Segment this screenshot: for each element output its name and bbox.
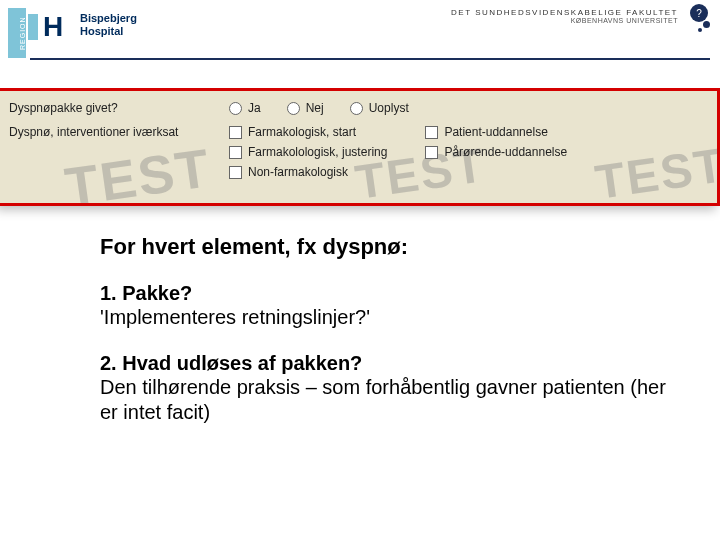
hospital-name-line1: Bispebjerg <box>80 12 137 25</box>
hospital-logo-icon: H <box>34 10 72 44</box>
radio-group: Ja Nej Uoplyst <box>229 101 703 115</box>
checkbox-option[interactable]: Non-farmakologisk <box>229 165 387 179</box>
checkbox-option[interactable]: Farmakologisk, start <box>229 125 387 139</box>
option-label: Pårørende-uddannelse <box>444 145 567 159</box>
checkbox-icon <box>229 146 242 159</box>
seal-dot-icon <box>703 21 710 28</box>
checkbox-column-2: Patient-uddannelse Pårørende-uddannelse <box>425 125 567 179</box>
option-label: Non-farmakologisk <box>248 165 348 179</box>
checkbox-icon <box>229 166 242 179</box>
checkbox-option[interactable]: Pårørende-uddannelse <box>425 145 567 159</box>
option-label: Nej <box>306 101 324 115</box>
item-1-head: 1. Pakke? <box>100 282 680 305</box>
seal-main-icon: ? <box>690 4 708 22</box>
item-2-body: Den tilhørende praksis – som forhåbentli… <box>100 375 680 425</box>
radio-option-ja[interactable]: Ja <box>229 101 261 115</box>
header-divider <box>30 58 710 60</box>
radio-option-uoplyst[interactable]: Uoplyst <box>350 101 409 115</box>
checkbox-option[interactable]: Farmakolologisk, justering <box>229 145 387 159</box>
seal-dot-icon <box>698 28 702 32</box>
option-label: Patient-uddannelse <box>444 125 547 139</box>
checkbox-icon <box>425 126 438 139</box>
hospital-name: Bispebjerg Hospital <box>80 12 137 38</box>
option-label: Farmakologisk, start <box>248 125 356 139</box>
item-1-body: 'Implementeres retningslinjer?' <box>100 305 680 330</box>
question-label: Dyspnø, interventioner iværksat <box>9 125 229 139</box>
checkbox-option[interactable]: Patient-uddannelse <box>425 125 567 139</box>
item-2-head: 2. Hvad udløses af pakken? <box>100 352 680 375</box>
question-row-1: Dyspnøpakke givet? Ja Nej Uoplyst <box>9 101 703 115</box>
university-seal-icon: ? <box>690 4 708 22</box>
section-heading: For hvert element, fx dyspnø: <box>100 234 680 260</box>
form-panel: TEST TEST TEST Dyspnøpakke givet? Ja Nej… <box>0 88 720 206</box>
checkbox-icon <box>425 146 438 159</box>
body-text: For hvert element, fx dyspnø: 1. Pakke? … <box>0 206 720 425</box>
option-label: Ja <box>248 101 261 115</box>
radio-icon <box>287 102 300 115</box>
radio-icon <box>350 102 363 115</box>
radio-option-nej[interactable]: Nej <box>287 101 324 115</box>
faculty-subtitle: KØBENHAVNS UNIVERSITET <box>451 17 678 24</box>
slide-header: REGION H Bispebjerg Hospital DET SUNDHED… <box>0 0 720 58</box>
option-label: Farmakolologisk, justering <box>248 145 387 159</box>
header-right: DET SUNDHEDSVIDENSKABELIGE FAKULTET KØBE… <box>451 8 702 24</box>
faculty-title: DET SUNDHEDSVIDENSKABELIGE FAKULTET <box>451 8 678 17</box>
option-label: Uoplyst <box>369 101 409 115</box>
region-tag: REGION <box>8 8 26 58</box>
question-row-2: Dyspnø, interventioner iværksat Farmakol… <box>9 125 703 179</box>
checkbox-icon <box>229 126 242 139</box>
checkbox-column-1: Farmakologisk, start Farmakolologisk, ju… <box>229 125 387 179</box>
header-left: REGION H Bispebjerg Hospital <box>8 8 137 58</box>
question-label: Dyspnøpakke givet? <box>9 101 229 115</box>
form-panel-wrap: TEST TEST TEST Dyspnøpakke givet? Ja Nej… <box>0 88 720 206</box>
checkbox-columns: Farmakologisk, start Farmakolologisk, ju… <box>229 125 567 179</box>
radio-icon <box>229 102 242 115</box>
hospital-name-line2: Hospital <box>80 25 137 38</box>
